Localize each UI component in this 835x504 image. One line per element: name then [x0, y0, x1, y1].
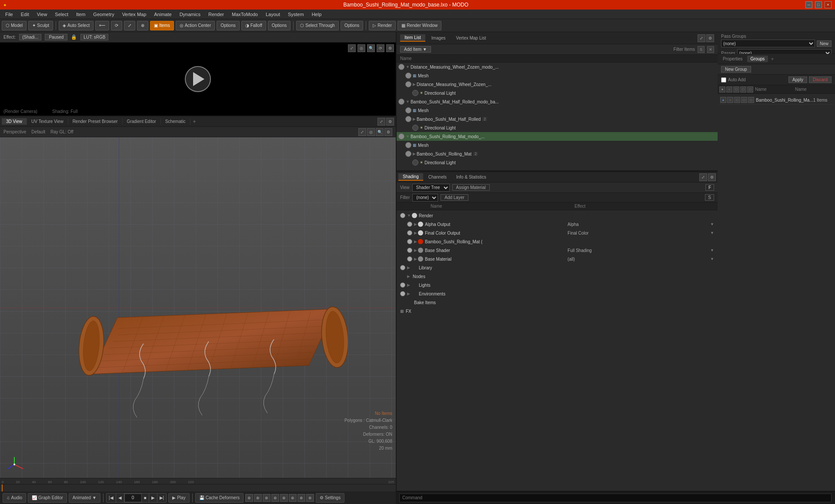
tab-3dview[interactable]: 3D View: [2, 118, 27, 125]
prev-frame-button[interactable]: ◀: [116, 494, 124, 502]
shade-row[interactable]: ▶ Base Material (all) ▼: [397, 255, 718, 263]
vp-expand-icon[interactable]: ⤢: [377, 118, 385, 126]
expand-arrow-icon[interactable]: ▼: [406, 99, 410, 104]
add-layer-button[interactable]: Add Layer: [441, 194, 468, 201]
item-visibility-toggle[interactable]: [398, 99, 404, 105]
shade-dropdown-icon[interactable]: ▼: [710, 248, 714, 252]
item-list-settings-icon[interactable]: ⚙: [706, 34, 714, 42]
play-button[interactable]: ▶ Play: [168, 493, 189, 503]
group-vis-icon-3[interactable]: □: [734, 97, 740, 103]
maximize-button[interactable]: □: [815, 1, 822, 8]
shade-row[interactable]: ▶ Library: [397, 263, 718, 272]
expand-arrow-icon[interactable]: ▶: [413, 82, 416, 86]
expand-arrow-icon[interactable]: ▼: [406, 65, 410, 69]
filter-s-button[interactable]: S: [698, 46, 705, 53]
vp-settings-icon[interactable]: ⚙: [386, 118, 394, 126]
shade-color-swatch[interactable]: [418, 239, 423, 244]
vp-header-ctrl-2[interactable]: ◎: [367, 128, 375, 136]
vp-header-ctrl-4[interactable]: ⚙: [384, 128, 392, 136]
filter-select[interactable]: (none): [412, 194, 438, 202]
menu-dynamics[interactable]: Dynamics: [176, 11, 204, 18]
shade-row[interactable]: ▶ Lights: [397, 281, 718, 289]
animated-button[interactable]: Animated ▼: [69, 493, 100, 503]
item-list-content[interactable]: ▼ Distance_Measuring_Wheel_Zozen_modo_..…: [397, 63, 718, 170]
s-button[interactable]: S: [705, 194, 714, 201]
render-ctrl-4[interactable]: ⟳: [377, 44, 384, 52]
item-row[interactable]: ▼ Bamboo_Sushi_Mat_Half_Rolled_modo_ba..…: [397, 97, 718, 106]
transform-btn-2[interactable]: ⟳: [111, 21, 122, 30]
group-vis-icon-1[interactable]: ●: [720, 97, 726, 103]
command-input[interactable]: [399, 494, 832, 502]
shade-visibility-toggle[interactable]: [407, 256, 412, 262]
shade-dropdown-icon[interactable]: ▼: [710, 231, 714, 235]
expand-arrow-icon[interactable]: ▼: [406, 134, 410, 139]
play-stop-button[interactable]: ■: [142, 494, 149, 502]
shade-color-swatch[interactable]: [418, 230, 423, 235]
shade-row[interactable]: ▶ Nodes: [397, 272, 718, 281]
transform-btn-4[interactable]: ⊕: [137, 21, 148, 30]
item-row[interactable]: ▶ Bamboo_Sushi_Mat_Half_Rolled 2: [397, 115, 718, 123]
auto-select-button[interactable]: ◈ Auto Select: [59, 21, 94, 30]
item-row[interactable]: ☀ Directional Light: [397, 158, 718, 167]
play-render-button[interactable]: [185, 66, 211, 92]
tab-render-preset[interactable]: Render Preset Browser: [68, 118, 123, 125]
audio-button[interactable]: ♫ Audio: [3, 493, 26, 503]
shade-row[interactable]: ▶ Environments: [397, 289, 718, 298]
timeline-bar[interactable]: [0, 484, 396, 491]
transform-btn-1[interactable]: ⟵: [95, 21, 109, 30]
item-row[interactable]: ▦ Mesh: [397, 106, 718, 115]
tab-groups[interactable]: Groups: [747, 56, 768, 62]
render-ctrl-3[interactable]: 🔍: [367, 44, 375, 52]
transform-btn-3[interactable]: ⤢: [124, 21, 135, 30]
menu-item[interactable]: Item: [73, 11, 89, 18]
tab-schematic[interactable]: Schematic: [161, 118, 190, 125]
select-through-button[interactable]: ⬡ Select Through: [296, 21, 339, 30]
apply-button[interactable]: Apply: [788, 76, 807, 83]
item-row[interactable]: ▶ Distance_Measuring_Wheel_Zozen_...: [397, 80, 718, 89]
shade-visibility-toggle[interactable]: [400, 282, 405, 288]
render-window-button[interactable]: ▦ Render Window: [397, 21, 441, 30]
item-visibility-toggle[interactable]: [405, 142, 411, 148]
menu-select[interactable]: Select: [51, 11, 72, 18]
group-vis-icon-4[interactable]: □: [741, 97, 747, 103]
new-pass-group-button[interactable]: New: [817, 40, 832, 47]
shade-color-swatch[interactable]: [418, 222, 423, 227]
menu-system[interactable]: System: [284, 11, 307, 18]
transport-5[interactable]: ⊕: [280, 494, 288, 502]
render-ctrl-2[interactable]: ◎: [357, 44, 365, 52]
action-center-button[interactable]: ◎ Action Center: [176, 21, 215, 30]
pass-groups-select[interactable]: (none): [721, 40, 815, 47]
settings-button[interactable]: ⚙ Settings: [316, 493, 344, 503]
f-button[interactable]: F: [705, 184, 714, 191]
add-item-button[interactable]: Add Item ▼: [400, 46, 431, 53]
tab-gradient-editor[interactable]: Gradient Editor: [123, 118, 161, 125]
transport-3[interactable]: ⊕: [263, 494, 271, 502]
item-visibility-toggle[interactable]: [405, 116, 411, 122]
item-visibility-toggle[interactable]: [412, 90, 418, 96]
filter-x-button[interactable]: ✕: [707, 46, 714, 53]
render-ctrl-1[interactable]: ⤢: [348, 44, 356, 52]
viewport-3d[interactable]: No Items Polygons : Catmull-Clark Channe…: [0, 137, 396, 478]
tab-vertex-map-list[interactable]: Vertex Map List: [452, 35, 491, 41]
item-row[interactable]: ▼ Bamboo_Sushi_Rolling_Mat_modo_...: [397, 132, 718, 141]
shade-dropdown-icon[interactable]: ▼: [710, 257, 714, 261]
tab-shading[interactable]: Shading: [398, 173, 423, 181]
tab-uv-texture[interactable]: UV Texture View: [27, 118, 68, 125]
sculpt-button[interactable]: ✦ Sculpt: [28, 21, 53, 30]
item-visibility-toggle[interactable]: [405, 107, 411, 113]
shading-content[interactable]: ▼ Render ▶ Alpha Output Alpha: [397, 210, 718, 491]
assign-material-button[interactable]: Assign Material: [452, 184, 490, 191]
shade-expand-icon[interactable]: ▼: [407, 213, 411, 218]
new-group-button[interactable]: New Group: [721, 66, 751, 73]
tab-add-button[interactable]: +: [190, 118, 199, 126]
shade-expand-icon[interactable]: ▶: [407, 283, 410, 287]
shade-expand-icon[interactable]: ▶: [407, 265, 410, 270]
cache-deformers-button[interactable]: 💾 Cache Deformers: [195, 493, 244, 503]
transport-1[interactable]: ⊕: [245, 494, 253, 502]
group-vis-icon-2[interactable]: ○: [727, 97, 733, 103]
item-visibility-toggle[interactable]: [398, 64, 404, 70]
item-list-expand-icon[interactable]: ⤢: [698, 34, 705, 42]
menu-edit[interactable]: Edit: [17, 11, 33, 18]
paused-button[interactable]: Paused: [45, 34, 67, 40]
transport-2[interactable]: ⊕: [254, 494, 262, 502]
